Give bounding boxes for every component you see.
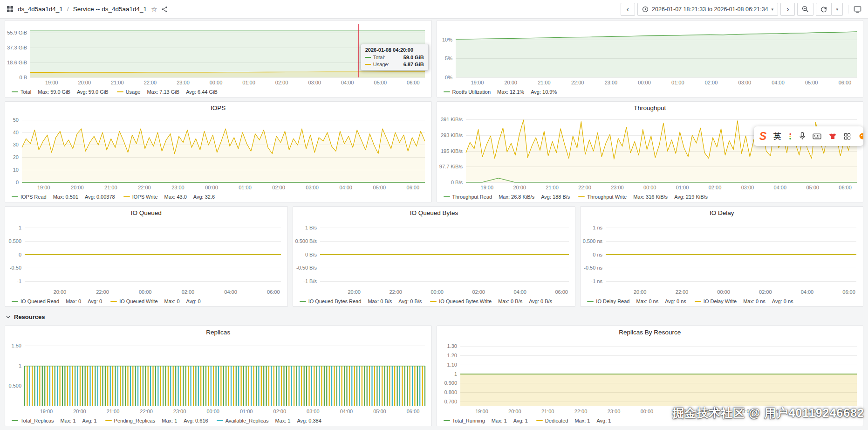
panel-legend: IO Queued ReadMax: 0Avg: 0IO Queued Writ… (5, 296, 287, 306)
time-shift-back-button[interactable]: ‹ (621, 3, 635, 16)
svg-text:0.500 B/s: 0.500 B/s (295, 238, 317, 244)
chart-area[interactable]: -1 ns-0.50 ns0 ns0.500 ns1 ns20:0022:000… (581, 219, 863, 296)
svg-text:01:00: 01:00 (676, 185, 689, 190)
chart-area[interactable]: 0%5%10%19:0020:0021:0022:0023:0000:0001:… (437, 21, 863, 87)
toolbox-grid-icon[interactable] (844, 133, 851, 140)
svg-text:1: 1 (454, 371, 457, 377)
panel-throughput: Throughput 0 B/s97.7 KiB/s195 KiB/s293 K… (437, 101, 864, 202)
svg-text:23:00: 23:00 (604, 80, 617, 85)
chart-canvas[interactable]: -1-0.5000.500120:0022:0000:0002:0004:000… (5, 219, 287, 296)
time-range-label: 2026-01-07 18:21:33 to 2026-01-08 06:21:… (652, 6, 768, 13)
breadcrumb-dashboard[interactable]: ds_4d5aa1d4_1 (18, 6, 63, 13)
svg-text:04:00: 04:00 (772, 409, 786, 414)
legend-item[interactable]: Throughput WriteMax: 316 KiB/sAvg: 219 K… (578, 194, 708, 200)
legend-item[interactable]: IO Queued WriteMax: 0Avg: 0 (110, 298, 200, 304)
svg-text:22:00: 22:00 (96, 289, 109, 295)
chart-area[interactable]: 0 B/s97.7 KiB/s195 KiB/s293 KiB/s391 KiB… (437, 114, 863, 192)
legend-item[interactable]: UsageMax: 7.13 GiBAvg: 6.44 GiB (117, 89, 218, 95)
legend-item[interactable]: Pending_ReplicasMax: 1Avg: 0.616 (105, 418, 208, 423)
svg-text:21:00: 21:00 (538, 80, 551, 85)
refresh-button[interactable] (816, 3, 832, 16)
chart-canvas[interactable]: 0%5%10%19:0020:0021:0022:0023:0000:0001:… (437, 21, 863, 87)
panel-title[interactable]: IO Queued Bytes (293, 207, 575, 219)
chart-canvas[interactable]: -1 ns-0.50 ns0 ns0.500 ns1 ns20:0022:000… (581, 219, 863, 296)
svg-text:06:00: 06:00 (555, 289, 568, 295)
panel-legend: IO Delay ReadMax: 0 nsAvg: 0 nsIO Delay … (581, 296, 863, 306)
refresh-interval-button[interactable]: ▾ (831, 3, 843, 16)
star-icon[interactable]: ☆ (151, 6, 157, 13)
color-dots-icon[interactable] (788, 132, 792, 140)
chart-area[interactable]: 0.50011.5019:0020:0021:0022:0023:0000:00… (5, 339, 431, 416)
svg-text:22:00: 22:00 (574, 409, 587, 414)
chart-canvas[interactable]: 0.7000.8000.90011.101.201.3019:0020:0021… (437, 339, 863, 416)
chart-area[interactable]: -1-0.5000.500120:0022:0000:0002:0004:000… (5, 219, 287, 296)
panel-legend: IOPS ReadMax: 0.501Avg: 0.00378IOPS Writ… (5, 192, 431, 202)
svg-text:50: 50 (13, 117, 19, 123)
chart-area[interactable]: 0 B18.6 GiB37.3 GiB55.9 GiB19:0020:0021:… (5, 21, 431, 87)
svg-text:55.9 GiB: 55.9 GiB (7, 30, 27, 35)
legend-item[interactable]: IO Queued Bytes WriteMax: 0 B/sAvg: 0 B/… (430, 298, 552, 304)
legend-item[interactable]: IO Delay WriteMax: 0 nsAvg: 0 ns (695, 298, 793, 304)
chart-canvas[interactable]: -1 B/s-0.50 B/s0 B/s0.500 B/s1 B/s20:002… (293, 219, 575, 296)
svg-text:20:00: 20:00 (54, 289, 67, 295)
chart-canvas[interactable]: 0102030405019:0020:0021:0022:0023:0000:0… (5, 114, 431, 192)
legend-item[interactable]: Throughput ReadMax: 26.8 KiB/sAvg: 188 B… (444, 194, 570, 200)
sogou-logo-icon[interactable]: S (759, 131, 766, 142)
legend-item[interactable]: Total_RunningMax: 1Avg: 1 (444, 418, 528, 423)
panel-replicas: Replicas 0.50011.5019:0020:0021:0022:002… (5, 326, 432, 426)
legend-item[interactable]: IOPS WriteMax: 43.0Avg: 32.6 (123, 194, 215, 200)
apps-grid-icon[interactable] (7, 6, 14, 13)
legend-item[interactable]: Available_ReplicasMax: 1Avg: 0.384 (217, 418, 321, 423)
legend-item[interactable]: Total_ReplicasMax: 1Avg: 1 (12, 418, 97, 423)
svg-text:00:00: 00:00 (206, 409, 219, 414)
share-icon[interactable] (161, 6, 168, 13)
legend-item[interactable]: Rootfs UtilizationMax: 12.1%Avg: 10.9% (444, 89, 557, 95)
svg-text:23:00: 23:00 (171, 185, 185, 190)
panel-title[interactable]: IOPS (5, 102, 431, 114)
microphone-icon[interactable] (799, 132, 806, 140)
svg-text:22:00: 22:00 (144, 80, 157, 85)
chart-canvas[interactable]: 0.50011.5019:0020:0021:0022:0023:0000:00… (5, 339, 431, 416)
panel-legend: IO Queued Bytes ReadMax: 0 B/sAvg: 0 B/s… (293, 296, 575, 306)
zoom-out-button[interactable] (797, 3, 813, 16)
svg-text:02:00: 02:00 (472, 289, 485, 295)
panel-io-queued-bytes: IO Queued Bytes -1 B/s-0.50 B/s0 B/s0.50… (293, 206, 576, 307)
time-range-button[interactable]: 2026-01-07 18:21:33 to 2026-01-08 06:21:… (637, 3, 778, 16)
display-monitor-icon[interactable] (854, 6, 861, 13)
svg-text:22:00: 22:00 (140, 409, 153, 414)
panel-title[interactable]: IO Delay (581, 207, 863, 219)
svg-text:-1 ns: -1 ns (591, 278, 603, 284)
svg-text:23:00: 23:00 (607, 409, 620, 414)
panel-title[interactable]: Replicas By Resource (437, 326, 863, 339)
svg-text:1 B/s: 1 B/s (305, 225, 317, 230)
svg-text:00:00: 00:00 (139, 289, 152, 295)
legend-item[interactable]: IO Queued ReadMax: 0Avg: 0 (12, 298, 102, 304)
svg-text:03:00: 03:00 (739, 409, 752, 414)
chart-area[interactable]: 0102030405019:0020:0021:0022:0023:0000:0… (5, 114, 431, 192)
chart-canvas[interactable]: 0 B/s97.7 KiB/s195 KiB/s293 KiB/s391 KiB… (437, 114, 863, 192)
svg-text:22:00: 22:00 (676, 289, 689, 295)
partial-cut-icon[interactable] (858, 132, 863, 140)
svg-text:06:00: 06:00 (407, 409, 420, 414)
legend-item[interactable]: IO Delay ReadMax: 0 nsAvg: 0 ns (587, 298, 686, 304)
section-resources[interactable]: Resources (6, 311, 863, 323)
svg-text:06:00: 06:00 (843, 289, 856, 295)
legend-item[interactable]: DedicatedMax: 1Avg: 1 (536, 418, 611, 423)
chart-area[interactable]: -1 B/s-0.50 B/s0 B/s0.500 B/s1 B/s20:002… (293, 219, 575, 296)
english-mode-label[interactable]: 英 (773, 131, 781, 142)
legend-item[interactable]: IOPS ReadMax: 0.501Avg: 0.00378 (12, 194, 115, 200)
soft-keyboard-icon[interactable] (813, 133, 821, 140)
panel-title[interactable]: Throughput (437, 102, 863, 114)
svg-text:03:00: 03:00 (308, 80, 321, 85)
panel-title[interactable]: Replicas (5, 326, 431, 339)
svg-text:04:00: 04:00 (513, 289, 526, 295)
legend-item[interactable]: TotalMax: 59.0 GiBAvg: 59.0 GiB (12, 89, 109, 95)
time-shift-forward-button[interactable]: › (780, 3, 795, 16)
svg-text:195 KiB/s: 195 KiB/s (440, 148, 463, 154)
skin-shirt-icon[interactable] (828, 132, 837, 140)
breadcrumb-service[interactable]: Service -- ds_4d5aa1d4_1 (73, 6, 147, 13)
legend-item[interactable]: IO Queued Bytes ReadMax: 0 B/sAvg: 0 B/s (300, 298, 422, 304)
panel-title[interactable]: IO Queued (5, 207, 287, 219)
svg-text:19:00: 19:00 (37, 185, 50, 190)
chart-area[interactable]: 0.7000.8000.90011.101.201.3019:0020:0021… (437, 339, 863, 416)
